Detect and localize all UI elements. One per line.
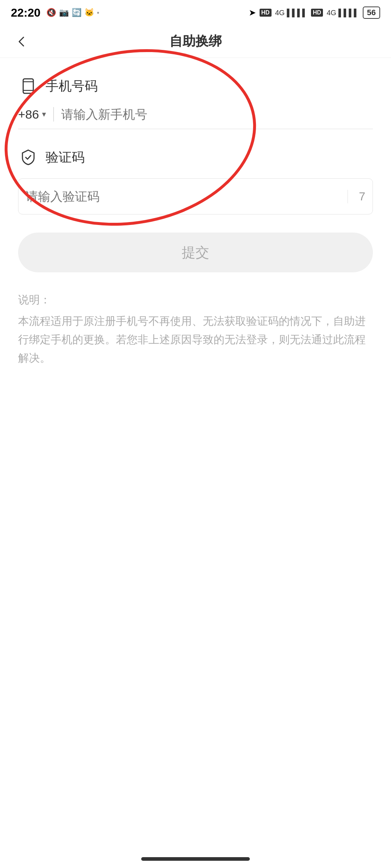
main-content: 手机号码 +86 ▾ 验证码 7 提交 (0, 58, 391, 385)
svg-rect-0 (23, 79, 33, 93)
phone-icon (18, 76, 38, 96)
hd-badge-2: HD (311, 9, 323, 17)
dot-icon: • (97, 9, 99, 17)
status-right-area: ➤ HD 4G ▌▌▌▌ HD 4G ▌▌▌▌ 56 (249, 7, 380, 19)
signal-bars-1: ▌▌▌▌ (287, 9, 307, 17)
dropdown-arrow-icon: ▾ (42, 110, 46, 119)
sim-icon: 📷 (59, 8, 69, 17)
back-button[interactable] (11, 31, 33, 52)
network-type-1: 4G (275, 9, 285, 17)
mute-icon: 🔇 (46, 8, 56, 17)
battery-indicator: 56 (363, 7, 380, 19)
home-indicator (141, 857, 250, 861)
signal-bars-2: ▌▌▌▌ (339, 9, 359, 17)
get-code-button[interactable]: 7 (348, 190, 365, 203)
signal-group-1: 4G ▌▌▌▌ (275, 9, 307, 17)
verification-code-input[interactable] (26, 190, 348, 204)
verification-section-header: 验证码 (18, 147, 373, 167)
location-icon: ➤ (249, 8, 256, 18)
phone-divider (53, 107, 54, 122)
refresh-icon: 🔄 (72, 8, 81, 17)
time-display: 22:20 (11, 6, 41, 20)
status-icons: 🔇 📷 🔄 🐱 • (46, 8, 99, 17)
description-content: 本流程适用于原注册手机号不再使用、无法获取验证码的情况下，自助进行绑定手机的更换… (18, 315, 366, 364)
verification-section: 验证码 7 (18, 147, 373, 214)
network-type-2: 4G (327, 9, 336, 17)
country-code-selector[interactable]: +86 ▾ (18, 107, 53, 122)
phone-section-header: 手机号码 (18, 76, 373, 96)
shield-icon (18, 147, 38, 167)
description-area: 说明： 本流程适用于原注册手机号不再使用、无法获取验证码的情况下，自助进行绑定手… (18, 290, 373, 367)
verification-input-row[interactable]: 7 (18, 178, 373, 214)
description-title: 说明： (18, 290, 373, 309)
phone-number-input[interactable] (61, 107, 373, 122)
phone-input-row[interactable]: +86 ▾ (18, 107, 373, 129)
verification-section-label: 验证码 (46, 149, 85, 166)
animal-icon: 🐱 (84, 8, 94, 17)
country-code-value: +86 (18, 107, 39, 122)
status-time-area: 22:20 🔇 📷 🔄 🐱 • (11, 6, 99, 20)
signal-group-2: 4G ▌▌▌▌ (327, 9, 359, 17)
hd-badge-1: HD (260, 9, 272, 17)
submit-button[interactable]: 提交 (18, 233, 373, 272)
page-title: 自助换绑 (169, 33, 222, 50)
status-bar: 22:20 🔇 📷 🔄 🐱 • ➤ HD 4G ▌▌▌▌ HD 4G ▌▌▌▌ … (0, 0, 391, 25)
nav-bar: 自助换绑 (0, 25, 391, 58)
phone-section-label: 手机号码 (46, 77, 98, 95)
